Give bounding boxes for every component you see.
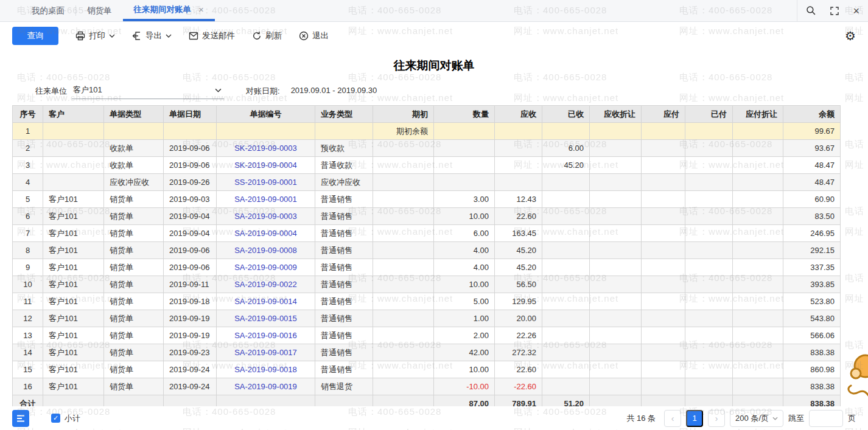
- send-email-button[interactable]: 发送邮件: [189, 30, 235, 41]
- checkbox-checked-icon[interactable]: ✓: [51, 414, 60, 423]
- table-row[interactable]: 13客户101销货单2019-09-19SA-2019-09-0016普通销售2…: [13, 327, 841, 344]
- close-window-icon[interactable]: ×: [853, 5, 859, 16]
- table-row[interactable]: 15客户101销货单2019-09-24SA-2019-09-0018普通销售1…: [13, 361, 841, 378]
- table-row[interactable]: 5客户101销货单2019-09-03SA-2019-09-0001普通销售3.…: [13, 191, 841, 208]
- document-number-link[interactable]: SA-2019-09-0008: [234, 246, 297, 255]
- page-suffix-label: 页: [848, 413, 856, 424]
- column-header: 应收折让: [590, 106, 642, 123]
- document-number-link[interactable]: SK-2019-09-0004: [234, 161, 297, 170]
- tab-reconciliation-statement[interactable]: 往来期间对账单 ×: [123, 0, 215, 21]
- column-header: 余额: [783, 106, 841, 123]
- email-label: 发送邮件: [202, 30, 235, 41]
- column-header: 应付: [642, 106, 685, 123]
- table-row[interactable]: 7客户101销货单2019-09-04SA-2019-09-0004普通销售6.…: [13, 225, 841, 242]
- partner-select[interactable]: 客户101: [72, 83, 224, 99]
- page-size-value: 200 条/页: [735, 413, 769, 424]
- table-row[interactable]: 2收款单2019-09-06SK-2019-09-0003预收款6.0093.6…: [13, 140, 841, 157]
- subtotal-label: 小计: [65, 413, 80, 424]
- column-settings-button[interactable]: [12, 410, 29, 427]
- chevron-down-icon: [109, 34, 115, 38]
- document-number-link[interactable]: SA-2019-09-0003: [234, 212, 297, 221]
- export-button[interactable]: 导出: [132, 30, 172, 41]
- export-icon: [132, 31, 142, 41]
- close-tab-icon[interactable]: ×: [198, 4, 204, 15]
- column-header: 应收: [495, 106, 542, 123]
- column-header: 业务类型: [315, 106, 373, 123]
- chevron-down-icon: [215, 88, 222, 92]
- document-number-link[interactable]: SA-2019-09-0004: [234, 229, 297, 238]
- document-number-link[interactable]: SA-2019-09-0016: [234, 331, 297, 340]
- export-label: 导出: [145, 30, 162, 41]
- refresh-button[interactable]: 刷新: [252, 30, 282, 41]
- tab-my-desktop[interactable]: 我的桌面: [21, 0, 75, 21]
- column-header: 已收: [542, 106, 590, 123]
- table-header: 序号客户单据类型单据日期单据编号业务类型期初数量应收已收应收折让应付已付应付折让…: [13, 106, 841, 123]
- document-number-link[interactable]: SK-2019-09-0003: [234, 144, 297, 153]
- pagination: 共 16 条 ‹ 1 › 200 条/页 跳至 页: [626, 410, 856, 427]
- partner-value: 客户101: [73, 85, 102, 95]
- date-range-value: 2019.09.01 - 2019.09.30: [291, 86, 377, 97]
- table-row[interactable]: 16客户101销货单2019-09-24SA-2019-09-0019销售退货-…: [13, 378, 841, 395]
- exit-label: 退出: [312, 30, 329, 41]
- fullscreen-icon[interactable]: [830, 6, 839, 16]
- table-row[interactable]: 12客户101销货单2019-09-19SA-2019-09-0015普通销售1…: [13, 310, 841, 327]
- gear-icon[interactable]: ⚙: [845, 30, 856, 42]
- total-count: 共 16 条: [626, 413, 656, 424]
- column-header: 期初: [373, 106, 434, 123]
- query-button[interactable]: 查询: [12, 27, 58, 45]
- column-header: 应付折让: [733, 106, 783, 123]
- list-lines-icon: [16, 414, 26, 423]
- table-row[interactable]: 10客户101销货单2019-09-11SA-2019-09-0022普通销售1…: [13, 276, 841, 293]
- print-button[interactable]: 打印: [75, 30, 115, 41]
- column-header: 单据类型: [104, 106, 164, 123]
- document-number-link[interactable]: SA-2019-09-0019: [234, 382, 297, 391]
- subtotal-checkbox[interactable]: ✓ 小计: [51, 413, 80, 424]
- document-number-link[interactable]: SA-2019-09-0015: [234, 314, 297, 323]
- table-row[interactable]: 14客户101销货单2019-09-23SA-2019-09-0017普通销售4…: [13, 344, 841, 361]
- page-size-select[interactable]: 200 条/页: [730, 410, 783, 427]
- table-row[interactable]: 3收款单2019-09-06SK-2019-09-0004普通收款45.2048…: [13, 157, 841, 174]
- circle-x-icon: [299, 31, 309, 41]
- table-row[interactable]: 1期初余额99.67: [13, 123, 841, 140]
- search-icon[interactable]: [806, 5, 816, 16]
- refresh-label: 刷新: [265, 30, 282, 41]
- document-number-link[interactable]: SA-2019-09-0014: [234, 297, 297, 306]
- partner-label: 往来单位: [35, 86, 67, 97]
- table-row[interactable]: 6客户101销货单2019-09-04SA-2019-09-0003普通销售10…: [13, 208, 841, 225]
- table-row[interactable]: 9客户101销货单2019-09-06SA-2019-09-0009普通销售4.…: [13, 259, 841, 276]
- column-header: 序号: [13, 106, 43, 123]
- mail-icon: [189, 32, 198, 40]
- print-label: 打印: [89, 30, 105, 41]
- column-header: 数量: [434, 106, 495, 123]
- jump-to-label: 跳至: [788, 413, 804, 424]
- document-number-link[interactable]: SA-2019-09-0017: [234, 348, 297, 357]
- column-header: 已付: [685, 106, 733, 123]
- prev-page-button[interactable]: ‹: [664, 410, 681, 427]
- next-page-button[interactable]: ›: [708, 410, 725, 427]
- filter-bar: 往来单位 客户101 对账日期: 2019.09.01 - 2019.09.30: [35, 83, 868, 99]
- chevron-down-icon: [166, 34, 172, 38]
- table-row[interactable]: 8客户101销货单2019-09-06SA-2019-09-0008普通销售4.…: [13, 242, 841, 259]
- reconciliation-table: 序号客户单据类型单据日期单据编号业务类型期初数量应收已收应收折让应付已付应付折让…: [12, 105, 841, 412]
- current-page-button[interactable]: 1: [686, 410, 703, 427]
- document-number-link[interactable]: SA-2019-09-0009: [234, 263, 297, 272]
- tab-sales-order[interactable]: 销货单: [76, 0, 123, 21]
- jump-to-page-input[interactable]: [809, 410, 843, 427]
- document-number-link[interactable]: SA-2019-09-0001: [234, 195, 297, 204]
- page-title: 往来期间对账单: [0, 58, 868, 74]
- document-number-link[interactable]: SA-2019-09-0022: [234, 280, 297, 289]
- refresh-icon: [252, 31, 262, 41]
- tab-label: 往来期间对账单: [134, 4, 192, 15]
- tab-label: 销货单: [87, 5, 112, 16]
- table-row[interactable]: 4应收冲应收2019-09-26SS-2019-09-0001应收冲应收48.4…: [13, 174, 841, 191]
- tab-bar: 我的桌面 销货单 往来期间对账单 × ×: [0, 0, 868, 22]
- toolbar: 查询 打印 导出 发送邮件 刷新: [0, 22, 868, 49]
- document-number-link[interactable]: SA-2019-09-0018: [234, 365, 297, 374]
- column-header: 单据日期: [164, 106, 217, 123]
- document-number-link[interactable]: SS-2019-09-0001: [234, 178, 297, 187]
- exit-button[interactable]: 退出: [299, 30, 329, 41]
- table-row[interactable]: 11客户101销货单2019-09-18SA-2019-09-0014普通销售5…: [13, 293, 841, 310]
- tab-label: 我的桌面: [32, 5, 65, 16]
- footer-bar: ✓ 小计 共 16 条 ‹ 1 › 200 条/页 跳至 页: [0, 406, 868, 430]
- chevron-down-icon: [772, 417, 778, 420]
